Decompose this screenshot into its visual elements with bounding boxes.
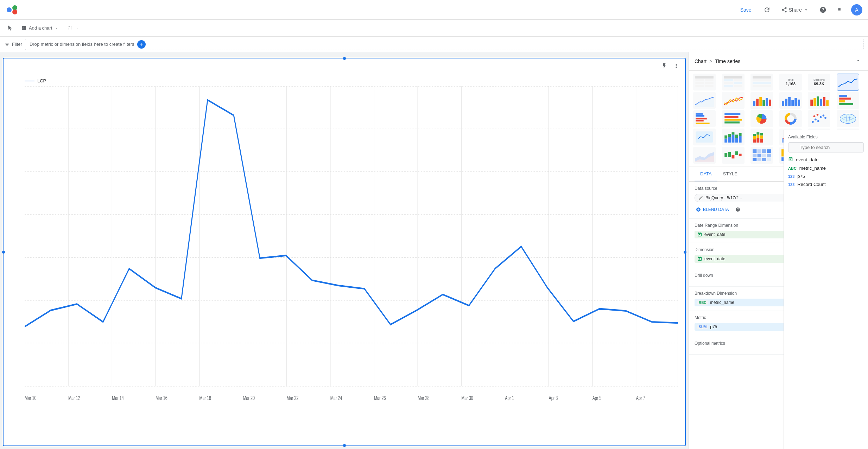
chart-type-bar[interactable] <box>750 92 773 109</box>
add-chart-icon <box>21 25 27 31</box>
panel-collapse-button[interactable] <box>854 56 862 66</box>
svg-rect-82 <box>791 100 794 106</box>
save-button[interactable]: Save <box>736 5 756 15</box>
chart-type-hbar2[interactable] <box>693 110 716 127</box>
svg-rect-96 <box>696 115 704 117</box>
svg-text:Mar 18: Mar 18 <box>199 394 211 401</box>
chart-flash-button[interactable] <box>660 61 669 72</box>
blend-data-button[interactable]: BLEND DATA <box>695 206 730 213</box>
svg-rect-54 <box>695 85 704 87</box>
svg-rect-80 <box>785 99 787 106</box>
svg-rect-57 <box>724 79 733 81</box>
field-metric-name[interactable]: ABC metric_name <box>788 164 864 172</box>
svg-text:Apr 5: Apr 5 <box>593 394 602 401</box>
share-label: Share <box>789 7 802 13</box>
chart-type-scorecard1[interactable]: Total1,168 <box>779 74 802 91</box>
chart-type-bar2[interactable] <box>779 92 802 109</box>
svg-rect-155 <box>762 154 766 157</box>
add-filter-button[interactable]: + <box>137 40 146 49</box>
chart-type-waterfall[interactable] <box>722 147 745 164</box>
chart-type-donut[interactable] <box>779 110 802 127</box>
add-control-icon <box>67 25 73 31</box>
chart-type-scatter[interactable] <box>808 110 830 127</box>
field-123-icon: 123 <box>788 174 794 179</box>
chart-type-stacked2[interactable] <box>750 129 773 145</box>
chart-type-pie[interactable] <box>750 110 773 127</box>
share-button[interactable]: Share <box>778 5 812 15</box>
field-event-date[interactable]: event_date <box>788 155 864 164</box>
svg-text:Apr 7: Apr 7 <box>636 394 645 401</box>
help-button[interactable] <box>817 4 829 15</box>
add-chart-label: Add a chart <box>29 25 52 31</box>
svg-text:Mar 20: Mar 20 <box>243 394 255 401</box>
chart-type-scorecard2[interactable]: Sessions69.3K <box>808 74 830 91</box>
chart-type-stacked[interactable] <box>722 129 745 145</box>
avatar[interactable]: A <box>851 4 862 15</box>
chart-type-line[interactable] <box>722 92 745 109</box>
main-layout: LCP <box>0 52 868 449</box>
chart-type-area3[interactable] <box>693 147 716 164</box>
svg-rect-138 <box>760 133 763 136</box>
chart-type-bar3[interactable] <box>808 92 830 109</box>
field-p75[interactable]: 123 p75 <box>788 172 864 180</box>
svg-text:Mar 26: Mar 26 <box>374 394 386 401</box>
chart-type-table2[interactable] <box>722 74 745 91</box>
svg-rect-61 <box>724 85 733 87</box>
svg-rect-89 <box>823 97 825 106</box>
svg-rect-131 <box>753 136 756 139</box>
svg-rect-100 <box>724 113 740 115</box>
field-record-count[interactable]: 123 Record Count <box>788 180 864 188</box>
chart-type-heatmap[interactable] <box>750 147 773 164</box>
refresh-button[interactable] <box>761 4 773 15</box>
svg-rect-149 <box>753 149 756 153</box>
tab-data[interactable]: DATA <box>695 167 717 181</box>
svg-rect-154 <box>758 154 761 157</box>
filter-label: Filter <box>4 42 22 47</box>
add-circle-icon <box>696 207 701 212</box>
chart-type-table[interactable] <box>693 74 716 91</box>
svg-rect-92 <box>839 98 851 100</box>
svg-text:Mar 24: Mar 24 <box>330 394 342 401</box>
filter-drop-area[interactable]: Drop metric or dimension fields here to … <box>25 39 864 50</box>
add-chart-button[interactable]: Add a chart <box>18 23 62 33</box>
svg-rect-151 <box>762 149 766 153</box>
chart-type-hbar[interactable] <box>837 92 859 109</box>
svg-rect-97 <box>696 118 707 120</box>
svg-rect-73 <box>753 101 755 106</box>
nav-right: Save Share A <box>736 4 862 15</box>
svg-rect-59 <box>724 82 733 84</box>
svg-point-115 <box>813 115 816 117</box>
svg-text:Total: Total <box>787 78 793 81</box>
search-field-input[interactable] <box>788 142 864 152</box>
chart-type-time-series[interactable] <box>837 74 859 91</box>
svg-rect-55 <box>705 85 714 87</box>
chart-menu-button[interactable] <box>672 61 681 72</box>
chart-type-smooth[interactable] <box>693 92 716 109</box>
tab-style[interactable]: STYLE <box>717 167 743 181</box>
svg-rect-76 <box>762 100 765 106</box>
add-control-button[interactable] <box>64 23 82 33</box>
breadcrumb-chart: Chart <box>695 58 707 64</box>
resize-handle-top[interactable] <box>343 57 346 60</box>
chart-type-geo2[interactable] <box>693 129 716 145</box>
select-tool-button[interactable] <box>4 23 15 33</box>
available-fields-title: Available Fields <box>788 135 864 139</box>
svg-text:Apr 3: Apr 3 <box>549 394 558 401</box>
chart-type-geo[interactable] <box>837 110 859 127</box>
svg-point-111 <box>817 120 819 122</box>
dimension-field-label: event_date <box>704 256 725 261</box>
svg-rect-75 <box>759 97 762 106</box>
chart-type-hbar3[interactable] <box>722 110 745 127</box>
svg-rect-103 <box>724 121 740 124</box>
chart-type-table3[interactable] <box>750 74 773 91</box>
field-calendar-icon <box>788 157 793 163</box>
calendar-icon <box>697 232 702 237</box>
apps-button[interactable] <box>834 4 845 15</box>
blend-help-button[interactable] <box>733 205 742 214</box>
legend-label: LCP <box>37 78 46 83</box>
svg-text:Mar 10: Mar 10 <box>25 394 37 401</box>
cursor-icon <box>7 25 13 31</box>
svg-rect-79 <box>782 101 784 106</box>
svg-rect-78 <box>769 100 771 106</box>
svg-rect-123 <box>728 134 731 137</box>
